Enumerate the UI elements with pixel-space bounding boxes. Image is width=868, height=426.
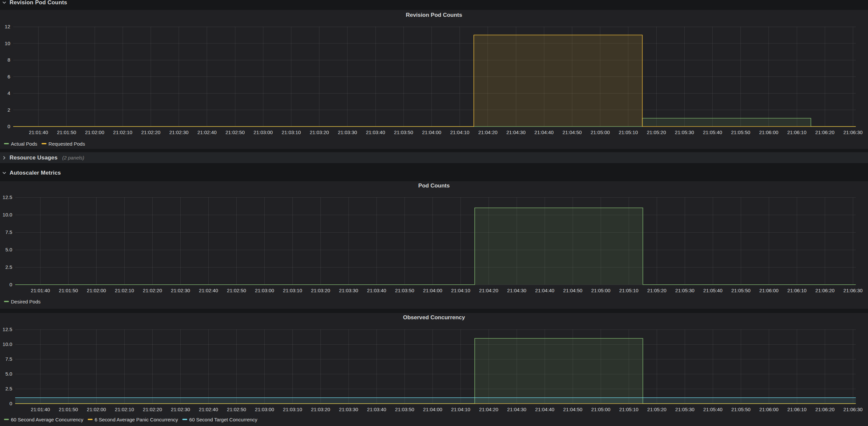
svg-text:21:03:50: 21:03:50 (395, 406, 414, 412)
y-axis: 024681012 (5, 24, 10, 129)
svg-text:21:06:30: 21:06:30 (843, 129, 862, 135)
svg-text:21:02:00: 21:02:00 (85, 129, 104, 135)
svg-text:21:03:10: 21:03:10 (283, 406, 302, 412)
legend-item[interactable]: 6 Second Average Panic Concurrency (88, 417, 178, 422)
svg-text:21:04:40: 21:04:40 (534, 129, 554, 135)
legend-series-label: Requested Pods (49, 141, 85, 146)
svg-text:21:04:20: 21:04:20 (478, 129, 497, 135)
legend-item[interactable]: Desired Pods (4, 299, 40, 304)
svg-text:12.5: 12.5 (3, 327, 12, 332)
svg-text:0: 0 (8, 124, 10, 129)
svg-text:21:02:50: 21:02:50 (227, 288, 246, 293)
row-title: Revision Pod Counts (9, 0, 67, 6)
svg-text:21:03:50: 21:03:50 (395, 288, 414, 293)
svg-text:21:02:50: 21:02:50 (225, 129, 245, 135)
svg-text:6: 6 (8, 74, 10, 79)
legend-series-dash-icon (182, 419, 187, 420)
svg-text:21:06:20: 21:06:20 (815, 129, 834, 135)
panel-revision-pod-counts: Revision Pod Counts 02468101221:01:4021:… (0, 10, 868, 149)
svg-text:21:02:20: 21:02:20 (143, 406, 162, 412)
svg-text:21:04:10: 21:04:10 (451, 288, 470, 293)
svg-text:21:05:00: 21:05:00 (590, 129, 610, 135)
series (13, 35, 856, 127)
chevron-down-icon (2, 0, 7, 5)
svg-text:21:05:20: 21:05:20 (647, 406, 666, 412)
x-axis: 21:01:4021:01:5021:02:0021:02:1021:02:20… (29, 129, 862, 135)
svg-text:21:02:00: 21:02:00 (87, 288, 106, 293)
svg-text:21:05:10: 21:05:10 (619, 288, 638, 293)
svg-text:21:06:20: 21:06:20 (815, 288, 834, 293)
svg-text:21:05:10: 21:05:10 (619, 406, 638, 412)
legend-item[interactable]: 60 Second Average Concurrency (4, 417, 84, 422)
row-title: Resource Usages (9, 155, 58, 161)
row-title: Autoscaler Metrics (9, 170, 61, 176)
chevron-down-icon (2, 171, 7, 175)
svg-text:21:03:40: 21:03:40 (367, 288, 386, 293)
svg-text:21:04:00: 21:04:00 (423, 406, 442, 412)
svg-text:21:02:30: 21:02:30 (171, 406, 190, 412)
svg-text:21:04:10: 21:04:10 (451, 406, 470, 412)
legend-series-label: 60 Second Target Concurrency (189, 417, 257, 422)
svg-text:21:03:20: 21:03:20 (311, 406, 330, 412)
svg-text:7.5: 7.5 (5, 356, 12, 362)
svg-text:21:06:10: 21:06:10 (787, 129, 806, 135)
svg-text:2: 2 (8, 107, 10, 113)
svg-text:21:04:40: 21:04:40 (535, 288, 554, 293)
legend-series-label: 60 Second Average Concurrency (11, 417, 84, 422)
svg-text:2.5: 2.5 (5, 264, 12, 270)
series (15, 208, 856, 285)
row-header-resource-usages[interactable]: Resource Usages (2 panels) (0, 152, 868, 163)
svg-text:21:03:30: 21:03:30 (339, 406, 358, 412)
legend: Actual PodsRequested Pods (4, 140, 89, 147)
svg-text:21:04:10: 21:04:10 (450, 129, 469, 135)
panel-observed-concurrency: Observed Concurrency 02.55.07.510.012.52… (0, 313, 868, 426)
svg-text:21:03:40: 21:03:40 (366, 129, 385, 135)
y-axis: 02.55.07.510.012.5 (3, 327, 12, 406)
svg-text:21:02:40: 21:02:40 (199, 406, 218, 412)
svg-text:21:06:30: 21:06:30 (843, 406, 862, 412)
svg-text:10.0: 10.0 (3, 212, 12, 218)
svg-text:0: 0 (9, 401, 12, 406)
svg-text:21:04:20: 21:04:20 (479, 406, 498, 412)
time-series-plot[interactable]: 02.55.07.510.012.521:01:4021:01:5021:02:… (0, 313, 868, 426)
legend-item[interactable]: 60 Second Target Concurrency (182, 417, 257, 422)
time-series-plot[interactable]: 02.55.07.510.012.521:01:4021:01:5021:02:… (0, 181, 868, 309)
svg-text:8: 8 (8, 57, 10, 63)
row-header-autoscaler-metrics[interactable]: Autoscaler Metrics (0, 166, 868, 179)
svg-text:21:01:50: 21:01:50 (59, 406, 78, 412)
svg-text:12: 12 (5, 24, 10, 29)
svg-text:21:02:20: 21:02:20 (141, 129, 160, 135)
svg-text:21:01:40: 21:01:40 (31, 406, 50, 412)
svg-text:21:03:00: 21:03:00 (253, 129, 273, 135)
legend-series-dash-icon (4, 301, 9, 302)
legend: 60 Second Average Concurrency6 Second Av… (4, 416, 262, 423)
series (15, 338, 856, 403)
legend-series-dash-icon (4, 143, 9, 144)
x-axis: 21:01:4021:01:5021:02:0021:02:1021:02:20… (31, 288, 862, 293)
time-series-plot[interactable]: 02468101221:01:4021:01:5021:02:0021:02:1… (0, 10, 868, 149)
svg-text:21:02:10: 21:02:10 (113, 129, 132, 135)
svg-text:7.5: 7.5 (5, 229, 12, 235)
svg-text:21:05:20: 21:05:20 (647, 288, 666, 293)
svg-text:21:03:20: 21:03:20 (311, 288, 330, 293)
svg-text:21:03:10: 21:03:10 (282, 129, 301, 135)
legend-item[interactable]: Actual Pods (4, 141, 37, 146)
svg-text:21:03:00: 21:03:00 (255, 406, 274, 412)
svg-text:21:04:00: 21:04:00 (422, 129, 441, 135)
svg-text:21:05:50: 21:05:50 (731, 129, 750, 135)
grid (15, 329, 856, 403)
svg-text:0: 0 (9, 282, 12, 287)
row-header-revision-pod-counts[interactable]: Revision Pod Counts (0, 0, 868, 9)
svg-text:21:06:30: 21:06:30 (843, 288, 862, 293)
svg-text:21:05:40: 21:05:40 (703, 406, 722, 412)
svg-text:21:04:50: 21:04:50 (563, 406, 582, 412)
svg-text:21:02:30: 21:02:30 (171, 288, 190, 293)
svg-text:21:06:20: 21:06:20 (815, 406, 834, 412)
svg-text:21:05:30: 21:05:30 (675, 406, 694, 412)
legend-item[interactable]: Requested Pods (41, 141, 85, 146)
svg-text:12.5: 12.5 (3, 194, 12, 200)
svg-text:21:06:00: 21:06:00 (759, 129, 778, 135)
svg-text:21:04:30: 21:04:30 (506, 129, 525, 135)
grafana-dashboard: Revision Pod Counts Revision Pod Counts … (0, 0, 868, 426)
svg-text:21:05:40: 21:05:40 (703, 129, 722, 135)
